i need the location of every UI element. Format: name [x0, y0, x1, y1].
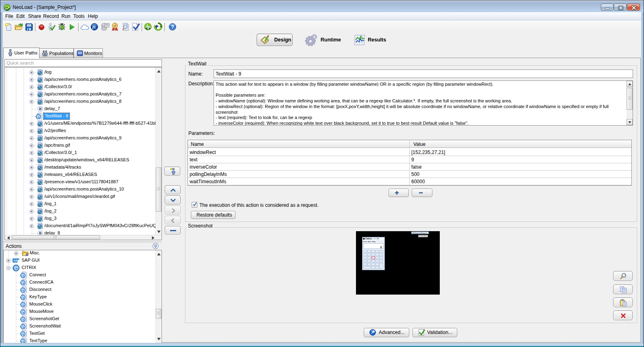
svg-text:fx: fx: [92, 25, 96, 29]
svg-text:SAP: SAP: [13, 259, 20, 262]
svg-text:?: ?: [171, 24, 174, 30]
